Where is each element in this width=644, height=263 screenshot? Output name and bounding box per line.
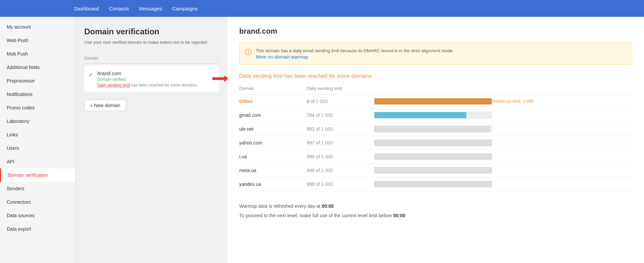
cell-domain: yandex.ua — [239, 177, 307, 191]
top-nav: Dashboard Contacts Messages Campaigns — [0, 0, 644, 17]
sidebar-item-connectors[interactable]: Connectors — [0, 195, 75, 209]
note2: To proceed to the next level, make full … — [239, 211, 632, 220]
th-limit: Daily sending limit — [307, 86, 374, 95]
cell-domain: meta.ua — [239, 163, 307, 177]
sidebar-item-data-export[interactable]: Data export — [0, 222, 75, 236]
sidebar-item-links[interactable]: Links — [0, 128, 75, 141]
main-layout: My account Web Push Mob Push Additional … — [0, 17, 644, 263]
cell-domain: Other — [239, 94, 307, 108]
cell-limit: 784 of 1 000 — [307, 108, 374, 122]
warning-content: This domain has a daily email sending li… — [256, 47, 454, 60]
nav-campaigns[interactable]: Campaigns — [172, 6, 198, 11]
domain-warning-rest: has been reached for some domains — [130, 83, 197, 88]
sidebar-item-promo-codes[interactable]: Promo codes — [0, 101, 75, 114]
detail-title: brand.com — [239, 27, 632, 36]
cell-tomorrow — [492, 136, 632, 150]
cell-tomorrow — [492, 108, 632, 122]
cell-tomorrow — [492, 177, 632, 191]
domain-info: brand.com Domain verified Daily sending … — [97, 70, 197, 88]
domain-table-header: Domain — [84, 53, 219, 64]
table-header-row: Domain Daily sending limit — [239, 86, 632, 95]
cell-bar — [374, 136, 492, 150]
content-area: Domain verification Use your own verifie… — [76, 17, 644, 263]
cell-limit: 0 of 1 000 — [307, 94, 374, 108]
warning-message: This domain has a daily email sending li… — [256, 47, 454, 54]
sidebar-item-notifications[interactable]: Notifications — [0, 88, 75, 101]
cell-bar — [374, 122, 492, 136]
table-row: Other0 of 1 000Tomorrow limit: 2 000 — [239, 94, 632, 108]
sidebar-item-senders[interactable]: Senders — [0, 182, 75, 195]
cell-limit: 999 of 1 000 — [307, 150, 374, 163]
cell-limit: 999 of 1 000 — [307, 177, 374, 191]
daily-limit-title: Daily sending limit has been reached for… — [239, 73, 632, 79]
red-arrow — [212, 74, 227, 84]
cell-domain: yahoo.com — [239, 136, 307, 150]
sidebar-item-additional-fields[interactable]: Additional fields — [0, 61, 75, 74]
domain-warning-underline: Daily sending limit — [97, 83, 130, 88]
cell-limit: 997 of 1 000 — [307, 136, 374, 150]
note2-time: 00:00 — [393, 213, 405, 218]
new-domain-button[interactable]: + New domain — [84, 100, 126, 111]
table-row: yahoo.com997 of 1 000 — [239, 136, 632, 150]
sidebar-item-laboratory[interactable]: Laboratory — [0, 114, 75, 128]
cell-limit: 983 of 1 000 — [307, 122, 374, 136]
th-tomorrow — [492, 86, 632, 95]
sending-table: Domain Daily sending limit Other0 of 1 0… — [239, 86, 632, 191]
cell-bar — [374, 163, 492, 177]
warmup-link[interactable]: More on domain warmup — [256, 54, 308, 60]
domain-name: brand.com — [97, 70, 197, 76]
table-row: gmail.com784 of 1 000 — [239, 108, 632, 122]
cell-bar — [374, 108, 492, 122]
cell-domain: ukr.net — [239, 122, 307, 136]
domain-panel-title: Domain verification — [84, 27, 219, 36]
cell-bar — [374, 150, 492, 163]
nav-links: Dashboard Contacts Messages Campaigns — [74, 6, 198, 11]
nav-contacts[interactable]: Contacts — [109, 6, 129, 11]
sidebar-item-mob-push[interactable]: Mob Push — [0, 47, 75, 61]
cell-bar — [374, 94, 492, 108]
domain-panel: Domain verification Use your own verifie… — [76, 17, 227, 263]
detail-panel: brand.com ⓘ This domain has a daily emai… — [227, 17, 644, 263]
warning-banner: ⓘ This domain has a daily email sending … — [239, 42, 632, 65]
sidebar-item-preprocessor[interactable]: Preprocessor — [0, 74, 75, 88]
table-row: yandex.ua999 of 1 000 — [239, 177, 632, 191]
note1: Warmup data is refreshed every day at 00… — [239, 201, 632, 211]
cell-domain: i.ua — [239, 150, 307, 163]
table-row: i.ua999 of 1 000 — [239, 150, 632, 163]
note1-time: 00:00 — [322, 203, 334, 209]
domain-panel-subtitle: Use your own verified domain to make let… — [84, 40, 219, 45]
sidebar-item-users[interactable]: Users — [0, 141, 75, 155]
sidebar-item-data-sources[interactable]: Data sources — [0, 209, 75, 222]
th-domain: Domain — [239, 86, 307, 95]
note2-text: To proceed to the next level, make full … — [239, 213, 393, 218]
domain-warning: Daily sending limit has been reached for… — [97, 83, 197, 88]
sidebar: My account Web Push Mob Push Additional … — [0, 17, 76, 263]
note1-text: Warmup data is refreshed every day at — [239, 203, 322, 209]
table-row: ukr.net983 of 1 000 — [239, 122, 632, 136]
sidebar-item-web-push[interactable]: Web Push — [0, 34, 75, 47]
th-bar — [374, 86, 492, 95]
cell-bar — [374, 177, 492, 191]
cell-tomorrow — [492, 122, 632, 136]
nav-dashboard[interactable]: Dashboard — [74, 6, 99, 11]
cell-tomorrow: Tomorrow limit: 2 000 — [492, 94, 632, 108]
domain-col-header: Domain — [84, 56, 98, 61]
bottom-notes: Warmup data is refreshed every day at 00… — [239, 201, 632, 220]
svg-marker-0 — [212, 75, 227, 81]
cell-limit: 999 of 1 000 — [307, 163, 374, 177]
cell-tomorrow — [492, 150, 632, 163]
cell-domain: gmail.com — [239, 108, 307, 122]
sidebar-item-my-account[interactable]: My account — [0, 20, 75, 34]
domain-row: ✓ brand.com Domain verified Daily sendin… — [84, 65, 219, 93]
cell-tomorrow — [492, 163, 632, 177]
check-icon: ✓ — [88, 71, 93, 78]
warning-icon: ⓘ — [245, 48, 252, 57]
sidebar-item-domain-verification[interactable]: Domain verification — [0, 168, 75, 182]
domain-verified-text: Domain verified — [97, 77, 197, 82]
nav-messages[interactable]: Messages — [139, 6, 162, 11]
table-row: meta.ua999 of 1 000 — [239, 163, 632, 177]
sidebar-item-api[interactable]: API — [0, 155, 75, 168]
